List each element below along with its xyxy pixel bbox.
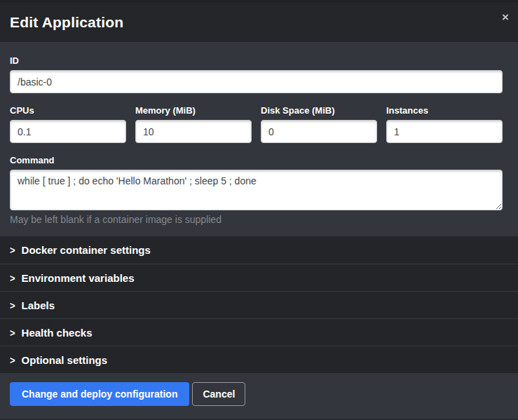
chevron-right-icon: >: [10, 271, 15, 283]
accordion-label: Labels: [22, 299, 55, 311]
disk-input[interactable]: [261, 120, 377, 143]
field-id: ID: [10, 55, 503, 93]
instances-label: Instances: [386, 105, 503, 116]
id-label: ID: [10, 55, 503, 66]
field-command: Command while [ true ] ; do echo 'Hello …: [10, 155, 503, 225]
change-and-deploy-button[interactable]: Change and deploy configuration: [10, 382, 189, 406]
field-cpus: CPUs: [10, 105, 126, 143]
collapsible-sections: > Docker container settings > Environmen…: [0, 236, 518, 373]
edit-application-modal: Edit Application × ID CPUs Memory (MiB) …: [0, 0, 518, 420]
cancel-button[interactable]: Cancel: [192, 382, 245, 406]
disk-label: Disk Space (MiB): [261, 105, 377, 116]
application-form: ID CPUs Memory (MiB) Disk Space (MiB) In…: [0, 42, 518, 236]
chevron-right-icon: >: [10, 326, 15, 338]
accordion-labels[interactable]: > Labels: [0, 291, 518, 318]
cpus-label: CPUs: [10, 105, 126, 116]
instances-input[interactable]: [386, 120, 503, 143]
accordion-optional-settings[interactable]: > Optional settings: [0, 346, 518, 373]
accordion-label: Environment variables: [22, 272, 135, 284]
command-textarea[interactable]: while [ true ] ; do echo 'Hello Marathon…: [10, 170, 503, 210]
accordion-health-checks[interactable]: > Health checks: [0, 318, 518, 346]
field-memory: Memory (MiB): [135, 105, 252, 143]
chevron-right-icon: >: [10, 353, 15, 365]
accordion-label: Docker container settings: [22, 244, 151, 256]
accordion-docker-container-settings[interactable]: > Docker container settings: [0, 236, 518, 264]
field-disk: Disk Space (MiB): [261, 105, 377, 143]
modal-footer: Change and deploy configuration Cancel: [0, 373, 518, 420]
field-instances: Instances: [386, 105, 503, 143]
accordion-label: Optional settings: [22, 354, 108, 366]
accordion-label: Health checks: [22, 327, 93, 339]
resources-row: CPUs Memory (MiB) Disk Space (MiB) Insta…: [10, 105, 503, 143]
command-help-text: May be left blank if a container image i…: [10, 214, 503, 225]
modal-title: Edit Application: [10, 14, 123, 31]
id-input[interactable]: [10, 70, 503, 93]
cpus-input[interactable]: [10, 120, 126, 143]
memory-label: Memory (MiB): [135, 105, 252, 116]
chevron-right-icon: >: [10, 244, 15, 256]
memory-input[interactable]: [135, 120, 252, 143]
modal-header: Edit Application ×: [0, 2, 518, 42]
command-label: Command: [10, 155, 503, 165]
chevron-right-icon: >: [10, 299, 15, 311]
accordion-environment-variables[interactable]: > Environment variables: [0, 264, 518, 291]
close-icon[interactable]: ×: [502, 11, 509, 23]
